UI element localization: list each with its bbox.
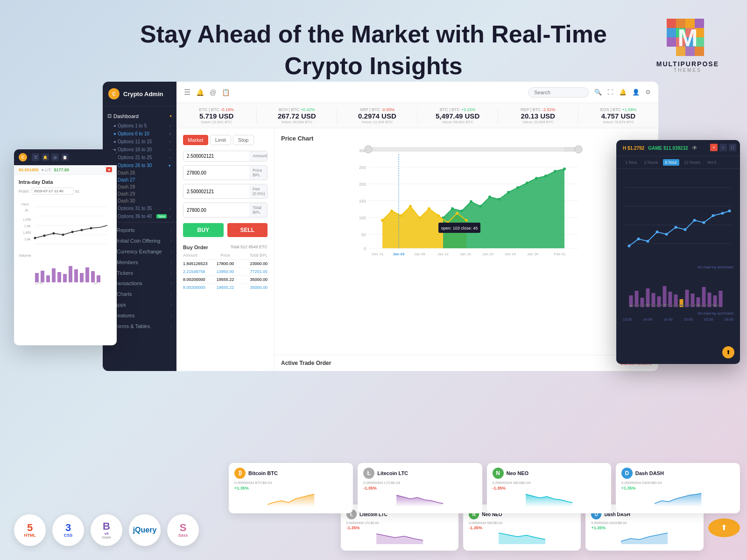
bell-icon[interactable]: 🔔 <box>196 89 204 96</box>
tab-limit[interactable]: Limit <box>210 135 231 145</box>
svg-point-140 <box>681 304 683 306</box>
sidebar-sub-opt1[interactable]: Options 1 to 5› <box>103 122 176 130</box>
tf-6hour[interactable]: 6 hour <box>663 159 680 166</box>
rw-window-controls: × − □ <box>710 144 736 151</box>
ticker-item-2: XRP | BTC -0.50% 0.2974 USD Volum 12,345… <box>337 107 417 124</box>
svg-point-37 <box>451 207 454 210</box>
btc-amount: 0.00000434 BTC$0.04 <box>234 481 347 485</box>
svg-rect-90 <box>35 273 39 282</box>
sw-badge: ● <box>106 167 112 172</box>
svg-rect-100 <box>91 271 95 282</box>
ticker-item-1: BCH | BTC +0.42% 267.72 USD Volum 34,654… <box>257 107 337 124</box>
sw-icon-clip[interactable]: 📋 <box>61 154 69 161</box>
svg-text:Jan 08: Jan 08 <box>414 252 426 256</box>
search-input[interactable] <box>528 87 589 98</box>
svg-point-87 <box>71 231 74 233</box>
active-trade-title: Active Trade Order <box>281 360 331 366</box>
svg-point-47 <box>544 175 547 177</box>
svg-point-112 <box>665 233 668 236</box>
rw-eye-icon[interactable]: 👁 <box>692 145 698 151</box>
svg-point-139 <box>664 304 666 306</box>
jquery-icon: jQuery <box>133 525 157 534</box>
ticker-item-4: REP | BTC -2.52% 20.13 USD Volum 23,569 … <box>498 107 578 124</box>
ltc-icon: Ł <box>363 468 374 479</box>
svg-rect-0 <box>667 19 676 28</box>
tab-market[interactable]: Market <box>183 135 208 145</box>
price-input[interactable] <box>183 166 249 180</box>
rw-bottom-chart <box>623 277 733 309</box>
main-panel: ☰ 🔔 @ 📋 🔍 ⛶ 🔔 👤 ⚙ ETC | BTC -0.19% 5.719… <box>176 82 658 371</box>
sw-icon-at[interactable]: @ <box>51 154 59 161</box>
clipboard-icon[interactable]: 📋 <box>222 89 230 96</box>
amount-input[interactable] <box>183 151 249 161</box>
svg-point-40 <box>479 205 482 208</box>
action-btn-orange[interactable]: ⬆ <box>708 518 740 537</box>
svg-point-84 <box>43 235 46 237</box>
sell-button[interactable]: SELL <box>227 223 268 237</box>
svg-text:open: 103 close: 45: open: 103 close: 45 <box>441 226 478 231</box>
sidebar-item-dashboard[interactable]: ⊡ Dashboard ● <box>103 110 176 122</box>
badge-jquery: jQuery <box>129 514 161 546</box>
neo-amount: 0.00000434 NEO$0.04 <box>493 481 606 485</box>
svg-point-118 <box>721 212 724 215</box>
brand-sub-text: THEMES <box>656 68 719 73</box>
rw-ticker2: GAME $11.039232 <box>648 146 688 151</box>
search-icon[interactable]: 🔍 <box>594 89 602 96</box>
tab-stop[interactable]: Stop <box>233 135 254 145</box>
svg-marker-35 <box>443 169 564 248</box>
svg-text:12:...: 12:... <box>93 281 101 285</box>
order-tabs: Market Limit Stop <box>183 135 268 145</box>
svg-point-111 <box>656 231 659 233</box>
dash-amount: 0.00000434 DASH$0.04 <box>621 481 734 485</box>
svg-point-109 <box>637 238 640 240</box>
hamburger-icon[interactable]: ☰ <box>184 88 190 97</box>
user-icon[interactable]: 👤 <box>632 89 640 96</box>
amount-field: Amount BTC <box>183 151 268 161</box>
chart-title: Price Chart <box>281 135 652 142</box>
svg-rect-97 <box>74 269 78 282</box>
tf-1hour[interactable]: 1 hour <box>623 159 640 166</box>
sidebar-sub-opt11[interactable]: Options 11 to 15› <box>103 138 176 146</box>
tf-2hours[interactable]: 2 hours <box>642 159 661 166</box>
rw-max-btn[interactable]: □ <box>729 144 736 151</box>
fullscreen-icon[interactable]: ⛶ <box>607 89 613 96</box>
total-input[interactable] <box>183 203 249 217</box>
ltc-change: -1.35% <box>363 486 476 490</box>
rw-action-button[interactable]: ⬆ <box>722 346 734 358</box>
sw-icon-menu[interactable]: ☰ <box>32 154 39 161</box>
brand-logo: M MULTIPURPOSE THEMES <box>656 14 719 73</box>
svg-text:1.8k: 1.8k <box>24 238 31 241</box>
settings-icon[interactable]: ⚙ <box>645 89 651 96</box>
notification-icon[interactable]: 🔔 <box>619 89 627 96</box>
svg-point-58 <box>456 212 458 215</box>
svg-text:M: M <box>677 24 698 51</box>
rw-close-btn[interactable]: × <box>710 144 718 151</box>
dash-name: Dash DASH <box>635 470 664 476</box>
svg-point-113 <box>675 226 677 229</box>
css-icon: 3 <box>65 523 71 533</box>
sidebar-sub-opt6[interactable]: Options 6 to 10› <box>103 130 176 138</box>
active-trade-area: Active Trade Order Cancel orders <box>275 355 658 371</box>
cc-ltc-header: Ł Litecoin LTC <box>363 468 476 479</box>
currency-cards-strip: ₿ Bitcoin BTC 0.00000434 BTC$0.04 +1.35%… <box>229 463 740 513</box>
at-icon[interactable]: @ <box>210 89 216 96</box>
page-title: Stay Ahead of the Market with Real-Time … <box>0 19 747 82</box>
tf-12hours[interactable]: 12 hours <box>682 159 703 166</box>
btc-mini-chart <box>234 490 347 507</box>
neo-change: -1.35% <box>493 486 606 490</box>
tf-max[interactable]: MAX <box>705 159 719 166</box>
buy-button[interactable]: BUY <box>183 223 224 237</box>
svg-point-117 <box>712 214 715 217</box>
rw-min-btn[interactable]: − <box>719 144 727 151</box>
badge-sass: S Sass <box>167 514 199 546</box>
sw-icon-bell[interactable]: 🔔 <box>42 154 49 161</box>
total-field: Total BPL <box>183 203 268 217</box>
svg-rect-91 <box>41 271 44 282</box>
svg-text:Jan 03: Jan 03 <box>393 252 405 256</box>
fee-input[interactable] <box>183 184 249 198</box>
svg-point-41 <box>488 196 491 198</box>
svg-text:Feb 01: Feb 01 <box>554 252 566 256</box>
order-row: 8.0020000019555.2235000.00 <box>183 284 268 291</box>
buy-orders-section: Buy Order Total 512 8549 ETC Amount Pric… <box>183 245 268 291</box>
sw-from-input[interactable] <box>32 188 74 195</box>
